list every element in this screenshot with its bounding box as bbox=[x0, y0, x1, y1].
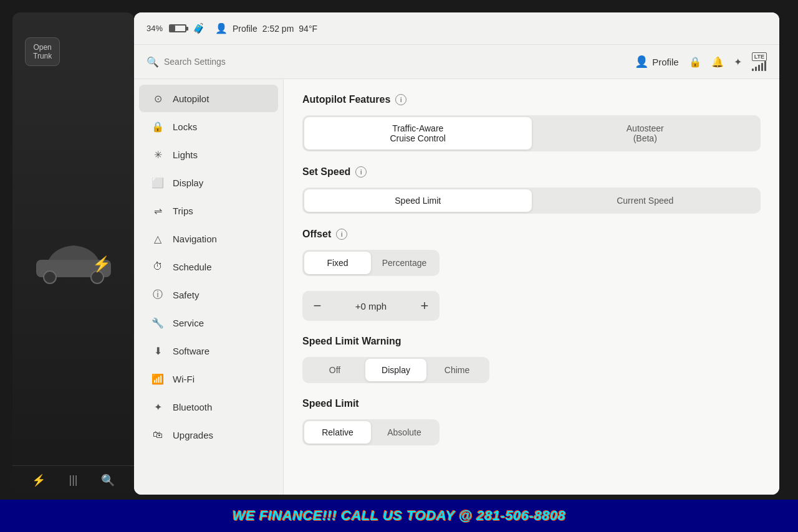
sidebar-item-lights[interactable]: ✳ Lights bbox=[139, 141, 278, 168]
bluetooth-icon-header: ✦ bbox=[734, 56, 742, 68]
current-speed-button[interactable]: Current Speed bbox=[532, 189, 759, 212]
speed-limit-warning-title: Speed Limit Warning bbox=[302, 336, 761, 347]
charging-icon[interactable]: ⚡ bbox=[32, 473, 46, 487]
sidebar-item-wifi[interactable]: 📶 Wi-Fi bbox=[139, 365, 278, 392]
autopilot-info-icon[interactable]: i bbox=[395, 94, 406, 105]
wifi-icon: 📶 bbox=[151, 373, 164, 385]
schedule-icon: ⏱ bbox=[151, 260, 164, 273]
autopilot-features-section: Autopilot Features i Traffic-AwareCruise… bbox=[302, 94, 761, 151]
speed-decrease-button[interactable]: − bbox=[305, 293, 330, 318]
search-bar: 🔍 👤 Profile 🔒 🔔 ✦ LTE bbox=[134, 45, 779, 79]
banner-text: WE FINANCE!!! CALL US TODAY @ 281-506-88… bbox=[233, 508, 566, 524]
profile-icon-top: 👤 bbox=[635, 55, 648, 69]
sidebar-item-bluetooth[interactable]: ✦ Bluetooth bbox=[139, 393, 278, 420]
battery-percent: 34% bbox=[147, 24, 163, 33]
autopilot-icon: ⊙ bbox=[151, 92, 164, 105]
speed-stepper[interactable]: − +0 mph + bbox=[302, 291, 440, 321]
slw-chime-button[interactable]: Chime bbox=[426, 359, 488, 381]
open-trunk-button[interactable]: Open Trunk bbox=[25, 37, 60, 66]
speed-limit-warning-btn-group: Off Display Chime bbox=[302, 357, 489, 383]
sidebar-label-trips: Trips bbox=[173, 206, 193, 216]
sl-title-text: Speed Limit bbox=[302, 398, 359, 409]
autopilot-btn-group: Traffic-AwareCruise Control Autosteer(Be… bbox=[302, 115, 761, 151]
sidebar-label-display: Display bbox=[173, 178, 203, 188]
sidebar-label-wifi: Wi-Fi bbox=[173, 374, 195, 384]
offset-title-text: Offset bbox=[302, 229, 331, 240]
car-display: Open Trunk ⚡ bbox=[12, 12, 134, 465]
profile-button[interactable]: 👤 Profile bbox=[635, 55, 679, 69]
search-input[interactable] bbox=[164, 57, 289, 67]
lightning-icon: ⚡ bbox=[92, 255, 111, 273]
speed-limit-btn-group: Relative Absolute bbox=[302, 419, 440, 445]
set-speed-title: Set Speed i bbox=[302, 166, 761, 178]
lock-icon-header: 🔒 bbox=[689, 56, 701, 68]
sidebar-label-navigation: Navigation bbox=[173, 234, 217, 244]
tesla-ui: 34% 🧳 👤 Profile 2:52 pm 94°F 🔍 👤 Profile… bbox=[134, 12, 779, 495]
status-profile-label: Profile bbox=[233, 24, 257, 34]
status-time: 2:52 pm bbox=[262, 24, 294, 34]
bottom-controls: ⚡ ||| 🔍 bbox=[12, 465, 134, 495]
trips-icon: ⇌ bbox=[151, 204, 164, 217]
sidebar-item-software[interactable]: ⬇ Software bbox=[139, 337, 278, 364]
offset-info-icon[interactable]: i bbox=[336, 229, 347, 240]
sidebar-label-locks: Locks bbox=[173, 121, 197, 132]
bottom-banner: WE FINANCE!!! CALL US TODAY @ 281-506-88… bbox=[0, 500, 798, 532]
autosteer-button[interactable]: Autosteer(Beta) bbox=[532, 117, 759, 150]
set-speed-btn-group: Speed Limit Current Speed bbox=[302, 188, 761, 214]
sidebar-label-safety: Safety bbox=[173, 290, 200, 300]
signal-area: LTE bbox=[752, 52, 767, 71]
media-icon[interactable]: ||| bbox=[69, 473, 77, 487]
sidebar-label-service: Service bbox=[173, 318, 204, 328]
search-bottom-icon[interactable]: 🔍 bbox=[101, 473, 115, 487]
sidebar-item-upgrades[interactable]: 🛍 Upgrades bbox=[139, 421, 278, 449]
speed-limit-title: Speed Limit bbox=[302, 398, 761, 409]
sidebar-label-autopilot: Autopilot bbox=[173, 93, 209, 104]
battery-indicator bbox=[169, 24, 186, 32]
software-icon: ⬇ bbox=[151, 344, 164, 357]
fixed-button[interactable]: Fixed bbox=[304, 252, 371, 274]
sidebar-item-locks[interactable]: 🔒 Locks bbox=[139, 113, 278, 140]
sidebar-item-safety[interactable]: ⓘ Safety bbox=[139, 281, 278, 308]
bluetooth-icon: ✦ bbox=[151, 401, 164, 413]
sidebar-item-trips[interactable]: ⇌ Trips bbox=[139, 197, 278, 224]
slw-display-button[interactable]: Display bbox=[365, 359, 426, 381]
sidebar-label-schedule: Schedule bbox=[173, 262, 212, 272]
speed-value: +0 mph bbox=[330, 301, 412, 311]
sidebar-label-bluetooth: Bluetooth bbox=[173, 402, 212, 412]
sidebar-item-display[interactable]: ⬜ Display bbox=[139, 169, 278, 196]
display-icon: ⬜ bbox=[151, 176, 164, 189]
speed-limit-button[interactable]: Speed Limit bbox=[304, 189, 532, 212]
absolute-button[interactable]: Absolute bbox=[371, 421, 438, 444]
slw-off-button[interactable]: Off bbox=[304, 359, 365, 381]
search-right: 👤 Profile 🔒 🔔 ✦ LTE bbox=[635, 52, 767, 71]
speed-limit-warning-section: Speed Limit Warning Off Display Chime bbox=[302, 336, 761, 383]
main-panel: Autopilot Features i Traffic-AwareCruise… bbox=[284, 79, 779, 495]
content-area: ⊙ Autopilot 🔒 Locks ✳ Lights ⬜ Display ⇌… bbox=[134, 79, 779, 495]
service-icon: 🔧 bbox=[151, 316, 164, 329]
search-input-area[interactable]: 🔍 bbox=[147, 56, 628, 68]
percentage-button[interactable]: Percentage bbox=[371, 252, 438, 274]
status-temp: 94°F bbox=[299, 24, 317, 34]
sidebar-item-schedule[interactable]: ⏱ Schedule bbox=[139, 253, 278, 280]
svg-point-3 bbox=[91, 271, 103, 283]
speed-increase-button[interactable]: + bbox=[412, 293, 437, 318]
bell-icon-header[interactable]: 🔔 bbox=[711, 56, 724, 68]
left-car-panel: Open Trunk ⚡ ⚡ ||| 🔍 bbox=[12, 12, 134, 495]
status-bar: 34% 🧳 👤 Profile 2:52 pm 94°F bbox=[134, 12, 779, 45]
set-speed-title-text: Set Speed bbox=[302, 166, 350, 178]
lights-icon: ✳ bbox=[151, 148, 164, 161]
sidebar-item-service[interactable]: 🔧 Service bbox=[139, 309, 278, 336]
relative-button[interactable]: Relative bbox=[304, 421, 371, 444]
signal-bars bbox=[752, 61, 766, 71]
sidebar-item-autopilot[interactable]: ⊙ Autopilot bbox=[139, 85, 278, 112]
offset-section: Offset i Fixed Percentage − +0 mph + bbox=[302, 229, 761, 321]
tacc-button[interactable]: Traffic-AwareCruise Control bbox=[304, 117, 532, 150]
profile-label: Profile bbox=[652, 57, 679, 67]
autopilot-features-title: Autopilot Features i bbox=[302, 94, 761, 105]
set-speed-info-icon[interactable]: i bbox=[355, 166, 367, 178]
search-icon: 🔍 bbox=[147, 56, 159, 68]
sidebar-item-navigation[interactable]: △ Navigation bbox=[139, 225, 278, 252]
profile-icon-status: 👤 bbox=[215, 22, 228, 34]
navigation-icon: △ bbox=[151, 232, 164, 245]
sidebar: ⊙ Autopilot 🔒 Locks ✳ Lights ⬜ Display ⇌… bbox=[134, 79, 284, 495]
